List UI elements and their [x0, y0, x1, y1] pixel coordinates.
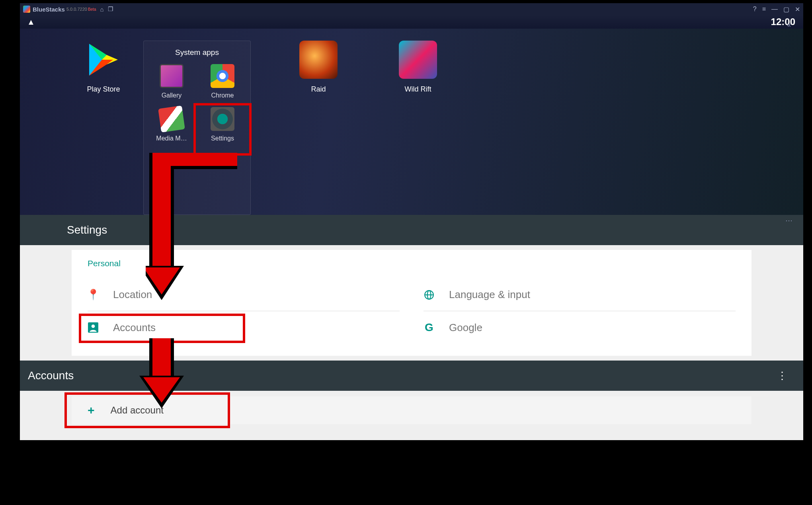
app-chrome[interactable]: Chrome — [199, 64, 246, 99]
globe-icon — [424, 289, 435, 300]
location-pin-icon: 📍 — [88, 289, 99, 300]
kebab-menu-icon[interactable]: ⋮ — [777, 370, 787, 382]
settings-item-accounts[interactable]: Accounts — [88, 311, 400, 344]
settings-label: Language & input — [449, 289, 530, 301]
accounts-title: Accounts — [28, 369, 74, 382]
instruction-arrow-2 — [138, 338, 185, 410]
app-version: 5.0.0.7220 — [66, 7, 87, 12]
app-play-store[interactable]: Play Store — [68, 41, 139, 215]
bluestacks-logo-icon — [23, 6, 30, 13]
app-name: BlueStacks — [33, 6, 65, 13]
maximize-button[interactable]: ▢ — [783, 6, 789, 13]
raid-icon — [299, 41, 338, 79]
home-icon[interactable]: ⌂ — [100, 6, 103, 13]
warning-icon[interactable]: ▲ — [27, 18, 35, 27]
beta-badge: Beta — [88, 7, 96, 12]
app-label: Media M… — [156, 135, 187, 142]
app-settings[interactable]: Settings — [199, 107, 246, 142]
app-wild-rift[interactable]: Wild Rift — [382, 41, 454, 215]
gallery-icon — [160, 64, 183, 88]
minimize-button[interactable]: — — [771, 6, 778, 13]
svg-marker-8 — [143, 377, 180, 403]
app-media-manager[interactable]: Media M… — [148, 107, 195, 142]
chrome-icon — [211, 64, 234, 88]
collapse-icon[interactable]: « — [787, 21, 791, 29]
app-label: Gallery — [162, 92, 182, 99]
settings-item-language[interactable]: Language & input — [424, 279, 736, 311]
app-label: Raid — [311, 85, 326, 94]
menu-icon[interactable]: ≡ — [762, 6, 766, 13]
app-label: Play Store — [87, 85, 120, 94]
help-icon[interactable]: ? — [753, 6, 757, 13]
app-label: Chrome — [211, 92, 234, 99]
settings-gear-icon — [211, 107, 234, 131]
titlebar: BlueStacks 5.0.0.7220 Beta ⌂ ❐ ? ≡ — ▢ ✕ — [20, 3, 803, 15]
settings-item-google[interactable]: G Google — [424, 311, 736, 344]
close-button[interactable]: ✕ — [795, 6, 800, 13]
folder-title: System apps — [175, 48, 219, 57]
app-raid[interactable]: Raid — [283, 41, 354, 215]
play-store-icon — [84, 41, 123, 79]
media-icon — [158, 105, 185, 133]
settings-label: Google — [449, 322, 482, 334]
instruction-arrow-1 — [146, 153, 249, 304]
settings-header: Settings — [20, 215, 803, 245]
app-gallery[interactable]: Gallery — [148, 64, 195, 99]
recents-icon[interactable]: ❐ — [108, 6, 113, 13]
google-icon: G — [424, 322, 435, 333]
wild-rift-icon — [399, 41, 437, 79]
status-strip: ▲ 12:00 — [20, 15, 803, 29]
app-label: Wild Rift — [405, 85, 431, 94]
home-screen: Play Store System apps Gallery Chrome Me… — [20, 29, 803, 215]
settings-title: Settings — [67, 224, 107, 236]
more-icon[interactable]: ⋯ — [785, 216, 792, 225]
